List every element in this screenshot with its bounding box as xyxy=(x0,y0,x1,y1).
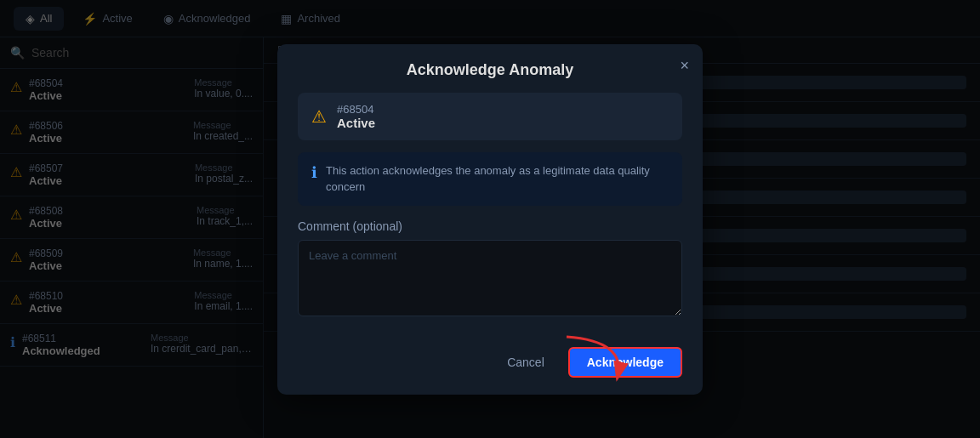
banner-warning-icon: ⚠ xyxy=(311,106,327,127)
info-text: This action acknowledges the anomaly as … xyxy=(326,162,669,196)
modal-header: Acknowledge Anomaly × xyxy=(277,44,703,93)
modal-title: Acknowledge Anomaly xyxy=(407,61,573,79)
info-box: ℹ This action acknowledges the anomaly a… xyxy=(298,152,682,206)
modal-overlay[interactable]: Acknowledge Anomaly × ⚠ #68504 Active ℹ … xyxy=(0,0,980,438)
acknowledge-modal: Acknowledge Anomaly × ⚠ #68504 Active ℹ … xyxy=(277,44,703,395)
modal-body: ⚠ #68504 Active ℹ This action acknowledg… xyxy=(277,93,703,337)
modal-close-button[interactable]: × xyxy=(680,58,689,73)
modal-footer: Cancel Acknowledge xyxy=(277,337,703,395)
anomaly-banner: ⚠ #68504 Active xyxy=(298,93,682,140)
info-circle-icon: ℹ xyxy=(311,163,317,182)
comment-label: Comment (optional) xyxy=(298,219,682,233)
cancel-button[interactable]: Cancel xyxy=(493,349,558,376)
comment-textarea[interactable] xyxy=(298,240,682,316)
acknowledge-button[interactable]: Acknowledge xyxy=(568,347,682,378)
